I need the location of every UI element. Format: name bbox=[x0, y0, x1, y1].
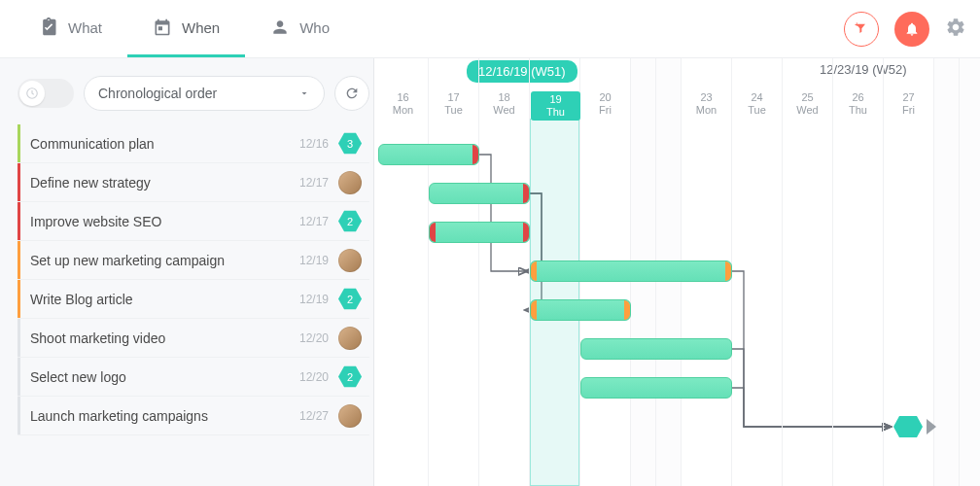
tab-when-label: When bbox=[182, 19, 220, 36]
day-header: 20Fri bbox=[580, 91, 630, 117]
task-date: 12/19 bbox=[299, 293, 329, 306]
day-header: 26Thu bbox=[833, 91, 883, 117]
gantt-milestone[interactable] bbox=[893, 416, 923, 437]
task-date: 12/20 bbox=[299, 331, 329, 345]
task-name: Improve website SEO bbox=[30, 214, 299, 229]
task-avatar bbox=[338, 249, 362, 272]
task-name: Write Blog article bbox=[30, 292, 299, 307]
task-count-badge: 2 bbox=[338, 365, 362, 389]
task-row[interactable]: Define new strategy12/17 bbox=[18, 163, 369, 202]
task-name: Communication plan bbox=[30, 136, 299, 152]
task-row[interactable]: Write Blog article12/192 bbox=[18, 280, 369, 319]
task-controls: Chronological order bbox=[18, 76, 369, 111]
notifications-button[interactable] bbox=[894, 12, 929, 47]
gantt-bar[interactable] bbox=[580, 377, 732, 399]
tab-when[interactable]: When bbox=[127, 0, 245, 57]
day-header: 24Tue bbox=[732, 91, 782, 117]
task-count-badge: 3 bbox=[338, 132, 362, 156]
add-filter-button[interactable]: + bbox=[844, 12, 879, 47]
person-icon bbox=[270, 17, 290, 37]
refresh-button[interactable] bbox=[334, 76, 369, 111]
tab-who[interactable]: Who bbox=[245, 0, 355, 57]
history-toggle[interactable] bbox=[18, 79, 74, 108]
settings-button[interactable] bbox=[945, 17, 966, 42]
task-avatar bbox=[338, 404, 362, 428]
day-header: 25Wed bbox=[783, 91, 832, 117]
gear-icon bbox=[945, 17, 966, 38]
task-color-stripe bbox=[18, 280, 20, 318]
day-column: 18Wed bbox=[479, 58, 530, 486]
calendar-icon bbox=[153, 17, 172, 37]
gantt-bar[interactable] bbox=[530, 299, 631, 321]
day-column: 25Wed bbox=[783, 58, 833, 486]
task-color-stripe bbox=[18, 241, 20, 279]
day-column bbox=[934, 58, 960, 486]
task-row[interactable]: Improve website SEO12/172 bbox=[18, 202, 369, 241]
day-header: 19Thu bbox=[531, 91, 580, 121]
bell-icon bbox=[904, 21, 920, 37]
tab-who-label: Who bbox=[299, 19, 330, 36]
task-date: 12/17 bbox=[299, 215, 329, 228]
day-header: 18Wed bbox=[479, 91, 529, 117]
gantt-bar[interactable] bbox=[580, 338, 732, 360]
day-column: 24Tue bbox=[732, 58, 783, 486]
gantt-timeline[interactable]: 12/16/19 (W51)12/23/19 (W52)16Mon17Tue18… bbox=[373, 58, 980, 486]
task-row[interactable]: Set up new marketing campaign12/19 bbox=[18, 241, 369, 280]
task-color-stripe bbox=[18, 397, 20, 434]
sort-label: Chronological order bbox=[98, 86, 217, 101]
day-header: 23Mon bbox=[682, 91, 731, 117]
task-name: Select new logo bbox=[30, 369, 299, 385]
day-header: 16Mon bbox=[378, 91, 428, 117]
task-count-badge: 2 bbox=[338, 210, 362, 233]
svg-text:+: + bbox=[855, 21, 858, 28]
view-tabs: What When Who bbox=[14, 0, 355, 57]
main-content: Chronological order Communication plan12… bbox=[0, 58, 980, 486]
task-name: Set up new marketing campaign bbox=[30, 253, 299, 268]
gantt-bar[interactable] bbox=[429, 222, 530, 243]
day-header: 17Tue bbox=[429, 91, 478, 117]
task-row[interactable]: Communication plan12/163 bbox=[18, 124, 369, 163]
task-avatar bbox=[338, 327, 362, 350]
day-column: 26Thu bbox=[833, 58, 884, 486]
task-row[interactable]: Launch marketing campaigns12/27 bbox=[18, 397, 369, 435]
top-actions: + bbox=[844, 12, 966, 47]
sort-select[interactable]: Chronological order bbox=[84, 76, 325, 111]
refresh-icon bbox=[344, 86, 360, 101]
task-date: 12/20 bbox=[299, 370, 329, 384]
gantt-bar[interactable] bbox=[429, 183, 530, 204]
task-count-badge: 2 bbox=[338, 288, 362, 311]
task-color-stripe bbox=[18, 358, 20, 396]
task-date: 12/19 bbox=[299, 254, 329, 267]
tab-what[interactable]: What bbox=[14, 0, 127, 57]
task-avatar bbox=[338, 171, 362, 194]
task-date: 12/27 bbox=[299, 409, 329, 423]
task-date: 12/16 bbox=[299, 137, 329, 151]
filter-plus-icon: + bbox=[854, 21, 869, 37]
tab-what-label: What bbox=[68, 19, 102, 36]
task-row[interactable]: Select new logo12/202 bbox=[18, 358, 369, 397]
chevron-down-icon bbox=[298, 87, 310, 99]
top-navigation: What When Who + bbox=[0, 0, 980, 58]
task-row[interactable]: Shoot marketing video12/20 bbox=[18, 319, 369, 358]
clock-icon bbox=[25, 87, 39, 100]
task-list: Communication plan12/163Define new strat… bbox=[18, 124, 369, 435]
milestone-arrow-icon bbox=[927, 419, 936, 434]
task-panel: Chronological order Communication plan12… bbox=[0, 58, 373, 486]
day-column: 16Mon bbox=[378, 58, 429, 486]
clipboard-icon bbox=[39, 17, 58, 37]
task-color-stripe bbox=[18, 124, 20, 162]
task-name: Launch marketing campaigns bbox=[30, 408, 299, 424]
task-date: 12/17 bbox=[299, 176, 329, 190]
task-color-stripe bbox=[18, 202, 20, 240]
task-name: Define new strategy bbox=[30, 175, 299, 191]
gantt-bar[interactable] bbox=[530, 260, 732, 282]
task-color-stripe bbox=[18, 319, 20, 357]
day-column: 17Tue bbox=[429, 58, 479, 486]
day-header: 27Fri bbox=[884, 91, 933, 117]
task-color-stripe bbox=[18, 163, 20, 201]
task-name: Shoot marketing video bbox=[30, 330, 299, 346]
gantt-bar[interactable] bbox=[378, 144, 479, 165]
day-column bbox=[960, 58, 980, 486]
